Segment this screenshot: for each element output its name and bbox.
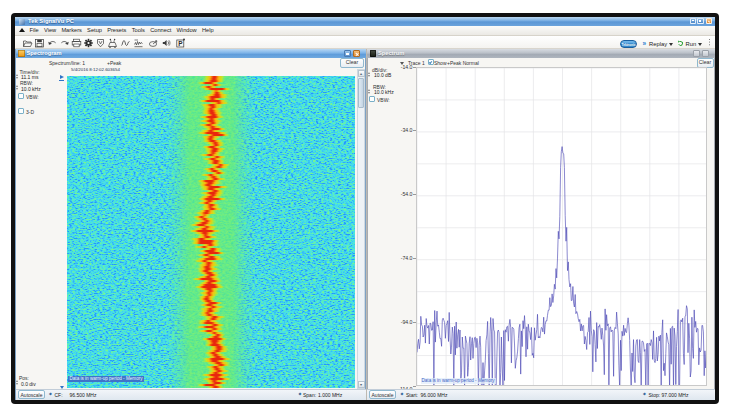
toolbar-overflow-icon[interactable]	[709, 39, 710, 40]
spectrum-maximize-button[interactable]	[702, 50, 710, 57]
app-titlebar[interactable]: Tek SignalVu PC	[15, 17, 715, 26]
spectrum-status-message: Data is in warm-up period - Memory	[421, 378, 496, 384]
open-icon[interactable]	[22, 38, 33, 48]
screenshot-frame: Tek SignalVu PC FileViewMarkersSetupPres…	[11, 13, 719, 404]
run-button[interactable]: Run	[686, 40, 697, 48]
replay-dropdown-icon[interactable]	[669, 43, 673, 46]
y-axis-label: -14.0	[391, 64, 413, 70]
spectrogram-clear-button[interactable]: Clear	[340, 58, 364, 68]
minimize-button[interactable]	[690, 18, 697, 24]
scroll-up-icon[interactable]: ▲	[358, 70, 365, 77]
scrollbar-thumb[interactable]	[358, 78, 364, 108]
replay-button[interactable]: Replay	[649, 40, 667, 48]
save-icon[interactable]	[34, 38, 45, 48]
spectrum-plot[interactable]	[416, 67, 707, 387]
touch-icon[interactable]	[148, 38, 159, 48]
time-div-spinner-icon[interactable]	[16, 74, 19, 79]
stop-marker-icon: ◆	[643, 392, 647, 396]
spectrum-window-icon	[370, 50, 377, 57]
span-label: Span:	[303, 392, 316, 399]
y-axis-label: -94.0	[391, 319, 413, 325]
spectrogram-window: Spectrogram Spectrum/line: 1 +Peak Clear…	[15, 49, 366, 401]
db-div-value[interactable]: 10.0 dB	[374, 72, 391, 78]
undo-icon[interactable]	[47, 38, 58, 48]
scroll-down-icon[interactable]: ▼	[358, 381, 365, 388]
spectrum-title: Spectrum	[378, 49, 404, 58]
y-axis-label: -34.0	[391, 127, 413, 133]
shield-icon[interactable]	[95, 38, 106, 48]
run-icon	[677, 41, 684, 48]
span-marker-icon: ◆	[299, 392, 303, 396]
menu-help[interactable]: Help	[199, 26, 216, 35]
spectrum-titlebar[interactable]: Spectrum	[367, 49, 715, 58]
spectrogram-detector-label: +Peak	[107, 60, 121, 66]
menu-connect[interactable]: Connect	[148, 26, 174, 35]
spectrum-restore-button[interactable]	[693, 50, 701, 57]
toolbar: P Tektronix » Replay Run	[15, 36, 715, 49]
span-value[interactable]: 1.000 MHz	[318, 392, 342, 399]
sg-rbw-value[interactable]: 10.0 kHz	[21, 86, 41, 92]
sg-vbw-checkbox[interactable]	[18, 93, 24, 99]
print-icon[interactable]	[71, 38, 82, 48]
close-button[interactable]	[706, 18, 713, 24]
start-label: Start:	[406, 392, 418, 399]
spectrum-detector-label: +Peak Normal	[447, 60, 479, 66]
spectrogram-restore-button[interactable]	[344, 50, 352, 57]
replay-icon: »	[643, 41, 647, 47]
y-axis-label: -54.0	[391, 191, 413, 197]
cf-value[interactable]: 96.500 MHz	[70, 392, 97, 399]
sp-vbw-checkbox[interactable]	[369, 96, 375, 102]
spectrogram-close-button[interactable]	[353, 50, 361, 57]
run-dropdown-icon[interactable]	[698, 43, 702, 46]
spectrogram-line-marker-icon[interactable]	[60, 75, 64, 79]
start-marker-icon: ◆	[401, 392, 405, 396]
start-value[interactable]: 96.000 MHz	[421, 392, 448, 399]
sg-rbw-spinner-icon[interactable]	[16, 85, 19, 90]
waveform-icon[interactable]	[120, 38, 131, 48]
maximize-button[interactable]	[697, 18, 704, 24]
threed-label: 3-D	[26, 109, 34, 115]
trace-math-icon[interactable]	[133, 38, 144, 48]
menu-presets[interactable]: Presets	[105, 26, 129, 35]
pos-spinner-icon[interactable]	[16, 380, 19, 385]
app-title: Tek SignalVu PC	[28, 17, 74, 26]
analyzer-icon[interactable]	[107, 38, 118, 48]
db-div-spinner-icon[interactable]	[368, 72, 371, 77]
sp-rbw-value[interactable]: 10.0 kHz	[374, 89, 394, 95]
spectrogram-timestamp: 5/4/2016 8:12:02.603654	[71, 67, 120, 72]
sp-vbw-label: VBW:	[377, 97, 390, 103]
menu-markers[interactable]: Markers	[59, 26, 85, 35]
show-label: Show	[434, 60, 447, 66]
redo-icon[interactable]	[59, 38, 70, 48]
menu-file[interactable]: File	[27, 26, 41, 35]
spectrum-statusbar: Autoscale ◆ Start: 96.000 MHz ◆ Stop: 97…	[367, 389, 715, 400]
settings-icon[interactable]	[83, 38, 94, 48]
menu-setup[interactable]: Setup	[85, 26, 105, 35]
svg-text:P: P	[178, 40, 183, 47]
pos-value[interactable]: 0.0 div	[21, 381, 36, 387]
spectrum-autoscale-button[interactable]: Autoscale	[369, 390, 396, 399]
spectrogram-scrollbar[interactable]: ▲ ▼	[357, 69, 365, 389]
spectrogram-statusbar: Autoscale ◆ CF: 96.500 MHz ◆ Span: 1.000…	[16, 389, 366, 400]
menu-tools[interactable]: Tools	[129, 26, 147, 35]
stop-value[interactable]: 97.000 MHz	[662, 392, 689, 399]
sp-rbw-spinner-icon[interactable]	[368, 89, 371, 94]
audio-icon[interactable]	[161, 38, 172, 48]
threed-checkbox[interactable]	[18, 108, 24, 114]
menu-view[interactable]: View	[41, 26, 58, 35]
spectrogram-title: Spectrogram	[27, 49, 62, 58]
spectrogram-titlebar[interactable]: Spectrogram	[16, 49, 366, 58]
menu-window[interactable]: Window	[174, 26, 199, 35]
cf-marker-icon: ◆	[49, 392, 53, 396]
spectrum-window: Spectrum Trace 1 Show +Peak Normal Clear…	[367, 49, 716, 401]
signalvu-app-window: Tek SignalVu PC FileViewMarkersSetupPres…	[15, 17, 715, 400]
spectrogram-autoscale-button[interactable]: Autoscale	[18, 390, 45, 399]
y-axis-tick	[413, 386, 416, 387]
stop-label: Stop:	[649, 392, 661, 399]
tektronix-logo: Tektronix	[620, 40, 637, 48]
app-menu-icon[interactable]	[19, 28, 25, 32]
screen: Tek SignalVu PC FileViewMarkersSetupPres…	[0, 0, 729, 415]
show-checkbox[interactable]	[428, 59, 434, 65]
marker-icon[interactable]: P	[175, 38, 186, 48]
spectrogram-plot[interactable]: Data is in warm-up period - Memory	[67, 76, 356, 389]
